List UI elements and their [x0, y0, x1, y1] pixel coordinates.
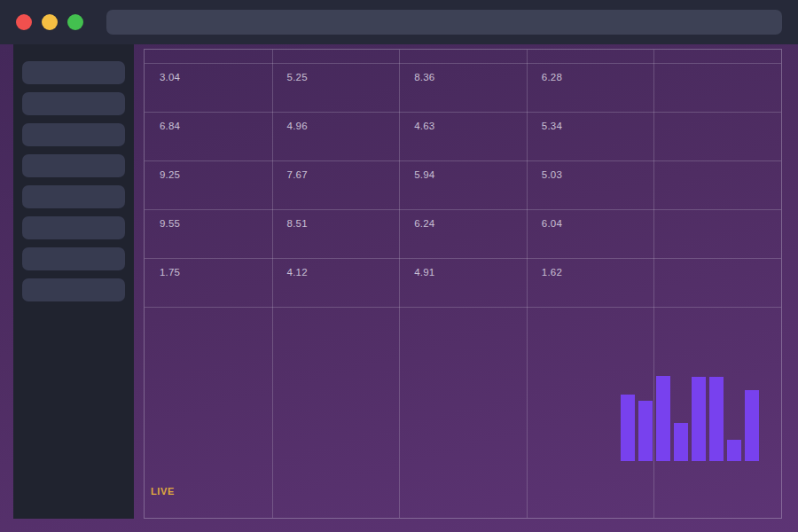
- chart-bar: [638, 401, 653, 461]
- chart-bar: [709, 377, 724, 461]
- chart-bar: [621, 395, 635, 461]
- grid-cell: 6.84: [160, 121, 180, 131]
- grid-cell: 5.25: [287, 72, 308, 82]
- grid-cell: 6.04: [542, 218, 562, 229]
- grid-cell: 1.75: [160, 267, 180, 278]
- address-bar[interactable]: [106, 10, 782, 35]
- grid-cell: 8.36: [414, 72, 434, 82]
- chart-bar: [727, 440, 741, 461]
- sidebar-item[interactable]: [22, 185, 125, 208]
- grid-hline: [145, 209, 781, 210]
- grid-cell: 6.24: [414, 218, 434, 229]
- grid-cell: 4.12: [287, 267, 308, 278]
- bar-chart: [621, 372, 760, 461]
- grid-cell: 1.62: [542, 267, 562, 278]
- chart-bar: [674, 423, 688, 461]
- grid-hline: [145, 258, 781, 259]
- chart-bar: [692, 377, 706, 461]
- grid-vline: [527, 50, 528, 518]
- sidebar: [13, 44, 134, 519]
- sidebar-item[interactable]: [22, 61, 125, 84]
- grid-cell: 4.96: [287, 121, 308, 131]
- sidebar-item[interactable]: [22, 154, 125, 177]
- sidebar-item[interactable]: [22, 92, 125, 115]
- sidebar-item[interactable]: [22, 278, 125, 301]
- grid-hline: [145, 63, 781, 64]
- grid-cell: 5.94: [414, 169, 434, 180]
- zoom-button[interactable]: [67, 14, 83, 30]
- grid-cell: 4.91: [414, 267, 434, 278]
- grid-cell: 7.67: [287, 169, 308, 180]
- sidebar-item[interactable]: [22, 216, 125, 239]
- chart-bar: [745, 390, 759, 461]
- grid-vline: [272, 50, 273, 518]
- grid-cell: 8.51: [287, 218, 308, 229]
- grid-hline: [145, 160, 781, 161]
- grid-hline: [145, 307, 781, 308]
- close-button[interactable]: [16, 14, 32, 30]
- grid-cell: 3.04: [160, 72, 180, 82]
- grid-cell: 4.63: [414, 121, 434, 131]
- title-bar: [0, 0, 798, 44]
- grid-hline: [145, 112, 781, 113]
- sidebar-item[interactable]: [22, 247, 125, 270]
- sidebar-item[interactable]: [22, 123, 125, 146]
- grid-cell: 9.25: [160, 169, 180, 180]
- chart-bar: [656, 376, 670, 461]
- grid-cell: 6.28: [542, 72, 562, 82]
- grid-cell: 9.55: [160, 218, 180, 229]
- live-status-badge: LIVE: [151, 486, 175, 497]
- grid-cell: 5.34: [542, 121, 562, 131]
- grid-vline: [399, 50, 400, 518]
- minimize-button[interactable]: [42, 14, 58, 30]
- grid-cell: 5.03: [542, 169, 562, 180]
